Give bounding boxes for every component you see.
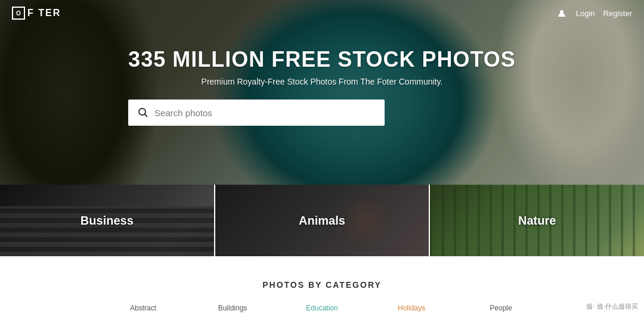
svg-point-1 xyxy=(139,108,145,115)
register-link[interactable]: Register xyxy=(603,9,632,18)
search-input[interactable] xyxy=(154,108,375,118)
login-link[interactable]: Login xyxy=(576,9,595,18)
category-link[interactable]: People xyxy=(490,304,512,312)
category-grid: AbstractAnimalsArtBuildingsBusinessChris… xyxy=(98,304,546,317)
business-label-container: Business xyxy=(0,185,214,256)
category-column: AbstractAnimalsArt xyxy=(98,304,188,317)
watermark-icon: 值· xyxy=(586,302,595,311)
category-link[interactable]: Holidays xyxy=(398,304,425,312)
svg-line-2 xyxy=(145,114,148,117)
logo-name: F TER xyxy=(27,8,61,18)
business-label: Business xyxy=(80,214,134,228)
category-link[interactable]: Buildings xyxy=(218,304,247,312)
category-images: Business Animals Nature xyxy=(0,185,644,256)
logo-box: O xyxy=(12,7,25,20)
hero-content: 335 MILLION FREE STOCK PHOTOS Premium Ro… xyxy=(128,47,516,126)
logo-letter: O xyxy=(16,10,21,17)
category-column: EducationFashionFood xyxy=(277,304,367,317)
nav-links: Login Register xyxy=(558,9,632,18)
category-column: HolidaysInteriorsNature xyxy=(367,304,456,317)
watermark-text: 值·什么值得买 xyxy=(597,302,638,311)
category-column: BuildingsBusinessChristmas xyxy=(188,304,277,317)
category-business[interactable]: Business xyxy=(0,185,215,256)
site-logo[interactable]: O F TER xyxy=(12,7,61,20)
photos-by-category: PHOTOS BY CATEGORY AbstractAnimalsArtBui… xyxy=(0,256,644,317)
search-bar[interactable] xyxy=(128,100,385,126)
search-icon xyxy=(138,107,148,118)
category-column: PeopleSportsTechnology xyxy=(456,304,546,317)
category-animals[interactable]: Animals xyxy=(215,185,431,256)
category-link[interactable]: Education xyxy=(306,304,338,312)
animals-label-container: Animals xyxy=(215,185,429,256)
watermark: 值· 值·什么值得买 xyxy=(586,302,638,311)
user-icon xyxy=(558,9,566,17)
hero-title: 335 MILLION FREE STOCK PHOTOS xyxy=(128,47,516,72)
nature-label: Nature xyxy=(518,214,556,228)
nature-label-container: Nature xyxy=(430,185,644,256)
category-link[interactable]: Abstract xyxy=(130,304,156,312)
hero-subtitle: Premium Royalty-Free Stock Photos From T… xyxy=(128,77,516,86)
category-nature[interactable]: Nature xyxy=(430,185,644,256)
top-nav: O F TER Login Register xyxy=(0,0,644,26)
animals-label: Animals xyxy=(299,214,345,228)
hero-section: O F TER Login Register 335 MILLION FREE … xyxy=(0,0,644,185)
by-category-heading: PHOTOS BY CATEGORY xyxy=(0,280,644,290)
